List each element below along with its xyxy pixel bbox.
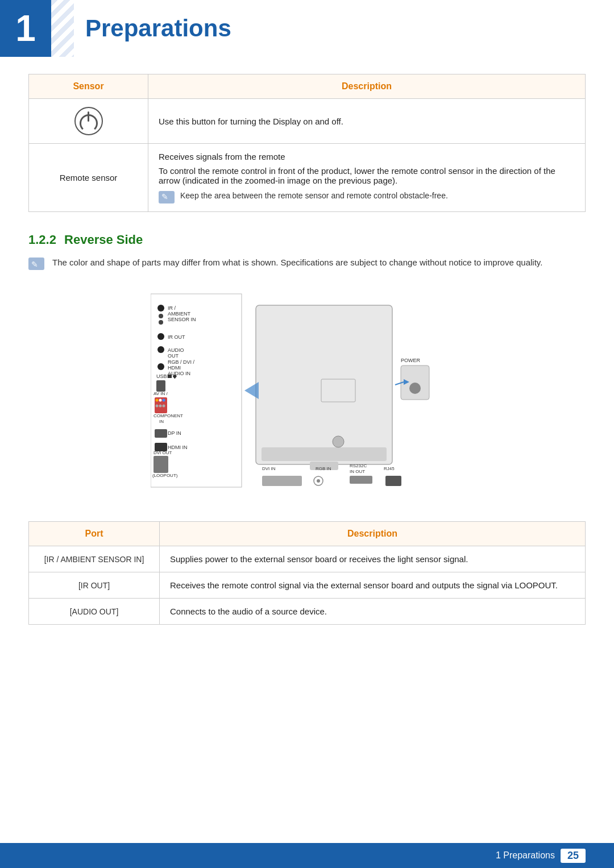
port-cell-1: [IR OUT] xyxy=(29,572,160,599)
remote-desc-line2: To control the remote control in front o… xyxy=(159,166,575,185)
sensor-cell-power xyxy=(29,99,148,144)
svg-point-6 xyxy=(157,333,164,340)
section-122-heading: 1.2.2 Reverse Side xyxy=(28,232,586,247)
label-usb: USB⯀⯂ xyxy=(156,373,177,379)
page-header: 1 Preparations xyxy=(0,0,614,57)
chapter-title: Preparations xyxy=(85,15,231,42)
diagram-container: IR / AMBIENT SENSOR IN IR OUT AUDIO OUT … xyxy=(28,283,586,504)
svg-text:IN: IN xyxy=(159,419,164,424)
desc-cell-1: Receives the remote control signal via t… xyxy=(160,572,586,599)
note-icon xyxy=(159,191,175,203)
table-row: [AUDIO OUT] Connects to the audio of a s… xyxy=(29,599,586,625)
label-dp-in: DP IN xyxy=(168,430,181,436)
chapter-number: 1 xyxy=(15,10,36,47)
port-table-col2-header: Description xyxy=(160,522,586,546)
caution-icon xyxy=(28,258,44,270)
port-table: Port Description [IR / AMBIENT SENSOR IN… xyxy=(28,521,586,625)
label-dvi-out: DVI OUT xyxy=(154,450,172,455)
svg-rect-33 xyxy=(350,476,372,484)
description-cell-power: Use this button for turning the Display … xyxy=(148,99,586,144)
svg-text:AMBIENT: AMBIENT xyxy=(168,311,191,317)
svg-point-18 xyxy=(159,405,162,408)
svg-point-2 xyxy=(159,314,163,318)
caution-text: The color and shape of parts may differ … xyxy=(52,256,542,269)
sensor-cell-remote: Remote sensor xyxy=(29,144,148,212)
svg-point-3 xyxy=(159,320,163,325)
label-power: POWER xyxy=(401,358,421,363)
label-rgb-in: RGB IN xyxy=(316,466,331,471)
chapter-title-area: Preparations xyxy=(74,0,231,57)
label-ir-ambient: IR / xyxy=(168,305,176,311)
label-rgb-dvi: RGB / DVI / xyxy=(168,359,195,365)
label-hdmi-in: HDMI IN xyxy=(168,445,188,450)
sensor-table-col1-header: Sensor xyxy=(29,74,148,99)
port-cell-2: [AUDIO OUT] xyxy=(29,599,160,625)
svg-rect-22 xyxy=(155,429,167,438)
svg-rect-24 xyxy=(154,456,168,473)
port-table-col1-header: Port xyxy=(29,522,160,546)
description-cell-remote: Receives signals from the remote To cont… xyxy=(148,144,586,212)
svg-rect-28 xyxy=(262,447,387,461)
sensor-table: Sensor Description Use this button for t… xyxy=(28,74,586,212)
table-row: [IR / AMBIENT SENSOR IN] Supplies power … xyxy=(29,546,586,572)
svg-point-9 xyxy=(157,363,164,370)
svg-rect-12 xyxy=(156,380,165,392)
label-rj45: RJ45 xyxy=(384,466,395,471)
table-row: Remote sensor Receives signals from the … xyxy=(29,144,586,212)
chapter-number-block: 1 xyxy=(0,0,51,57)
caution-block: The color and shape of parts may differ … xyxy=(28,256,586,270)
svg-point-7 xyxy=(157,346,164,353)
footer-label: 1 Preparations xyxy=(496,850,555,861)
svg-point-41 xyxy=(333,436,344,447)
svg-text:IN  OUT: IN OUT xyxy=(350,469,365,474)
svg-point-16 xyxy=(163,399,165,402)
power-arc xyxy=(80,114,98,132)
svg-marker-37 xyxy=(244,382,259,399)
remote-desc-line1: Receives signals from the remote xyxy=(159,152,575,161)
table-row: [IR OUT] Receives the remote control sig… xyxy=(29,572,586,599)
footer-page: 25 xyxy=(561,849,586,863)
label-avin: AV IN / xyxy=(154,391,168,396)
power-icon xyxy=(74,107,103,135)
label-dvi-in: DVI IN xyxy=(262,466,276,471)
label-audio-out: AUDIO xyxy=(168,347,184,353)
sensor-table-col2-header: Description xyxy=(148,74,586,99)
label-rs232c: RS232C xyxy=(350,463,367,468)
svg-rect-30 xyxy=(262,476,302,486)
remote-note: Keep the area between the remote sensor … xyxy=(159,191,575,203)
page-footer: 1 Preparations 25 xyxy=(0,843,614,868)
svg-point-1 xyxy=(157,305,164,312)
svg-rect-26 xyxy=(256,305,392,464)
table-row: Use this button for turning the Display … xyxy=(29,99,586,144)
svg-text:OUT: OUT xyxy=(168,353,179,359)
label-ir-out: IR OUT xyxy=(168,334,185,340)
section-122-title: 1.2.2 Reverse Side xyxy=(28,232,143,247)
svg-point-32 xyxy=(317,479,320,483)
svg-point-15 xyxy=(159,399,162,402)
header-stripe xyxy=(51,0,74,57)
reverse-side-diagram: IR / AMBIENT SENSOR IN IR OUT AUDIO OUT … xyxy=(151,288,463,499)
svg-point-17 xyxy=(156,405,159,408)
svg-point-19 xyxy=(163,405,165,408)
port-cell-0: [IR / AMBIENT SENSOR IN] xyxy=(29,546,160,572)
svg-text:SENSOR IN: SENSOR IN xyxy=(168,317,196,322)
svg-rect-34 xyxy=(385,476,401,486)
svg-point-36 xyxy=(409,383,421,394)
desc-cell-0: Supplies power to the external sensor bo… xyxy=(160,546,586,572)
svg-text:COMPONENT: COMPONENT xyxy=(154,413,183,418)
svg-point-14 xyxy=(156,399,159,402)
desc-cell-2: Connects to the audio of a source device… xyxy=(160,599,586,625)
svg-text:(LOOPOUT): (LOOPOUT) xyxy=(152,473,178,478)
main-content: Sensor Description Use this button for t… xyxy=(0,74,614,674)
svg-text:HDMI: HDMI xyxy=(168,365,181,371)
